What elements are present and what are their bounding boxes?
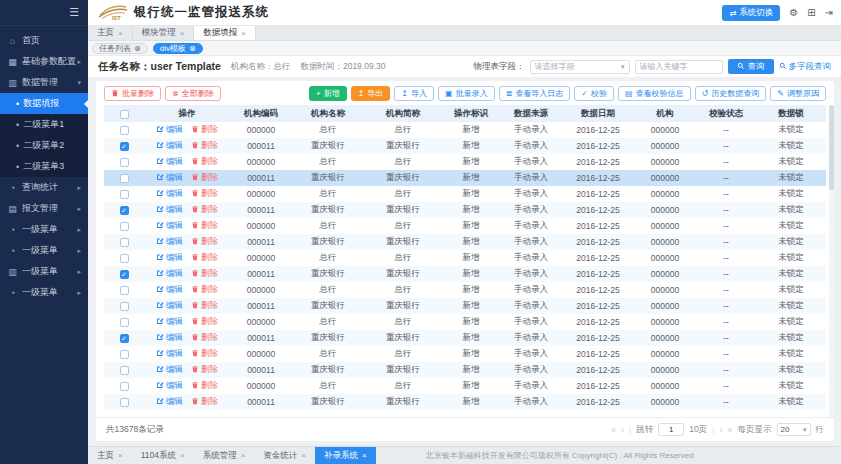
top-tab[interactable]: 数据填报×	[194, 26, 256, 40]
row-checkbox[interactable]	[120, 350, 129, 359]
delete-link[interactable]: 删除	[191, 252, 218, 264]
delete-link[interactable]: 删除	[191, 236, 218, 248]
edit-link[interactable]: 编辑	[156, 316, 183, 328]
delete-link[interactable]: 删除	[191, 188, 218, 200]
tab-close-icon[interactable]: ×	[301, 451, 306, 460]
sidebar-item[interactable]: ◔一级菜单▸	[0, 282, 88, 303]
per-page-select[interactable]: 20 ▾	[777, 423, 811, 436]
page-input[interactable]	[658, 423, 684, 436]
delete-link[interactable]: 删除	[191, 364, 218, 376]
grid-icon[interactable]: ⊞	[807, 8, 815, 18]
edit-link[interactable]: 编辑	[156, 220, 183, 232]
sidebar-item[interactable]: ▤报文管理▸	[0, 198, 88, 219]
sidebar-item[interactable]: ◔一级菜单▸	[0, 219, 88, 240]
delete-link[interactable]: 删除	[191, 316, 218, 328]
edit-link[interactable]: 编辑	[156, 364, 183, 376]
delete-link[interactable]: 删除	[191, 204, 218, 216]
last-page-button[interactable]: »	[727, 425, 732, 435]
edit-link[interactable]: 编辑	[156, 348, 183, 360]
first-page-button[interactable]: «	[611, 425, 616, 435]
bottom-tab[interactable]: 主页×	[88, 447, 132, 464]
top-tab[interactable]: 模块管理×	[133, 26, 195, 40]
import-button[interactable]: ↥导入	[394, 86, 434, 101]
row-checkbox[interactable]	[120, 174, 129, 183]
table-row[interactable]: ✓编辑删除000011重庆银行重庆银行新增手动录入2016-12-2500000…	[104, 266, 826, 282]
table-row[interactable]: 编辑删除000011重庆银行重庆银行新增手动录入2016-12-25000000…	[104, 394, 826, 410]
bottom-tab[interactable]: 1104系统×	[132, 447, 194, 464]
sidebar-subitem[interactable]: •二级菜单2	[0, 135, 88, 156]
top-tab[interactable]: 主页×	[88, 26, 133, 40]
row-checkbox[interactable]: ✓	[120, 206, 129, 215]
history-query-button[interactable]: ↺历史数据查询	[695, 86, 767, 101]
tab-close-icon[interactable]: ×	[118, 29, 123, 38]
bottom-tab[interactable]: 系统管理×	[194, 447, 255, 464]
delete-link[interactable]: 删除	[191, 220, 218, 232]
table-row[interactable]: 编辑删除000011重庆银行重庆银行新增手动录入2016-12-25000000…	[104, 234, 826, 250]
tab-close-icon[interactable]: ×	[241, 29, 246, 38]
table-row[interactable]: 编辑删除000011重庆银行重庆银行新增手动录入2016-12-25000000…	[104, 170, 826, 186]
menu-collapse-icon[interactable]: ☰	[69, 6, 79, 19]
edit-link[interactable]: 编辑	[156, 332, 183, 344]
keyword-input[interactable]	[635, 60, 723, 74]
row-checkbox[interactable]: ✓	[120, 142, 129, 151]
edit-link[interactable]: 编辑	[156, 204, 183, 216]
row-checkbox[interactable]	[120, 366, 129, 375]
import-log-button[interactable]: ≣查看导入日志	[499, 86, 571, 101]
row-checkbox[interactable]	[120, 398, 129, 407]
chip-close-icon[interactable]: ⊗	[189, 44, 196, 53]
validate-button[interactable]: ✓校验	[574, 86, 614, 101]
tab-close-icon[interactable]: ×	[362, 451, 367, 460]
edit-link[interactable]: 编辑	[156, 236, 183, 248]
validate-info-button[interactable]: ▤查看校验信息	[618, 86, 691, 101]
vertical-scrollbar[interactable]	[829, 105, 834, 417]
prev-page-button[interactable]: ‹	[621, 425, 624, 435]
row-checkbox[interactable]	[120, 238, 129, 247]
row-checkbox[interactable]	[120, 158, 129, 167]
table-row[interactable]: 编辑删除000000总行总行新增手动录入2016-12-25000000--未锁…	[104, 250, 826, 266]
row-checkbox[interactable]: ✓	[120, 334, 129, 343]
batch-entry-button[interactable]: ▣批量录入	[438, 86, 495, 101]
view-chip[interactable]: div模板⊗	[153, 43, 203, 54]
edit-link[interactable]: 编辑	[156, 300, 183, 312]
table-row[interactable]: ✓编辑删除000011重庆银行重庆银行新增手动录入2016-12-2500000…	[104, 138, 826, 154]
table-row[interactable]: ✓编辑删除000011重庆银行重庆银行新增手动录入2016-12-2500000…	[104, 330, 826, 346]
tab-close-icon[interactable]: ×	[180, 451, 185, 460]
delete-link[interactable]: 删除	[191, 268, 218, 280]
edit-link[interactable]: 编辑	[156, 172, 183, 184]
delete-link[interactable]: 删除	[191, 332, 218, 344]
table-row[interactable]: ✓编辑删除000011重庆银行重庆银行新增手动录入2016-12-2500000…	[104, 202, 826, 218]
sidebar-subitem[interactable]: •二级菜单3	[0, 156, 88, 177]
edit-link[interactable]: 编辑	[156, 284, 183, 296]
delete-link[interactable]: 删除	[191, 172, 218, 184]
delete-link[interactable]: 删除	[191, 284, 218, 296]
select-all-checkbox[interactable]	[120, 110, 129, 119]
edit-link[interactable]: 编辑	[156, 380, 183, 392]
edit-link[interactable]: 编辑	[156, 188, 183, 200]
field-select[interactable]: 请选择字段 ▾	[530, 60, 630, 74]
table-row[interactable]: 编辑删除000011重庆银行重庆银行新增手动录入2016-12-25000000…	[104, 362, 826, 378]
bottom-tab[interactable]: 补录系统×	[315, 447, 376, 464]
sidebar-item[interactable]: ▥数据管理▾	[0, 72, 88, 93]
chip-close-icon[interactable]: ⊗	[134, 44, 141, 53]
sidebar-item[interactable]: ▥一级菜单▸	[0, 261, 88, 282]
scrollbar-thumb[interactable]	[829, 105, 834, 190]
logout-icon[interactable]: ⇥	[825, 8, 833, 18]
row-checkbox[interactable]	[120, 302, 129, 311]
row-checkbox[interactable]	[120, 382, 129, 391]
table-row[interactable]: 编辑删除000011重庆银行重庆银行新增手动录入2016-12-25000000…	[104, 298, 826, 314]
tab-close-icon[interactable]: ×	[180, 29, 185, 38]
batch-delete-button[interactable]: 批量删除	[104, 86, 161, 101]
add-button[interactable]: +新增	[309, 86, 347, 101]
edit-link[interactable]: 编辑	[156, 124, 183, 136]
next-page-button[interactable]: ›	[719, 425, 722, 435]
gear-icon[interactable]: ⚙	[789, 8, 798, 18]
sidebar-subitem[interactable]: •数据填报	[0, 93, 88, 114]
row-checkbox[interactable]	[120, 318, 129, 327]
delete-link[interactable]: 删除	[191, 380, 218, 392]
sidebar-item[interactable]: ⌂首页	[0, 30, 88, 51]
multi-field-search-link[interactable]: 多字段查询	[779, 61, 832, 73]
sidebar-item[interactable]: ◔查询统计▸	[0, 177, 88, 198]
table-row[interactable]: 编辑删除000000总行总行新增手动录入2016-12-25000000--未锁…	[104, 346, 826, 362]
adjust-reason-button[interactable]: ✎调整原因	[770, 86, 826, 101]
sidebar-item[interactable]: ◔一级菜单▸	[0, 240, 88, 261]
